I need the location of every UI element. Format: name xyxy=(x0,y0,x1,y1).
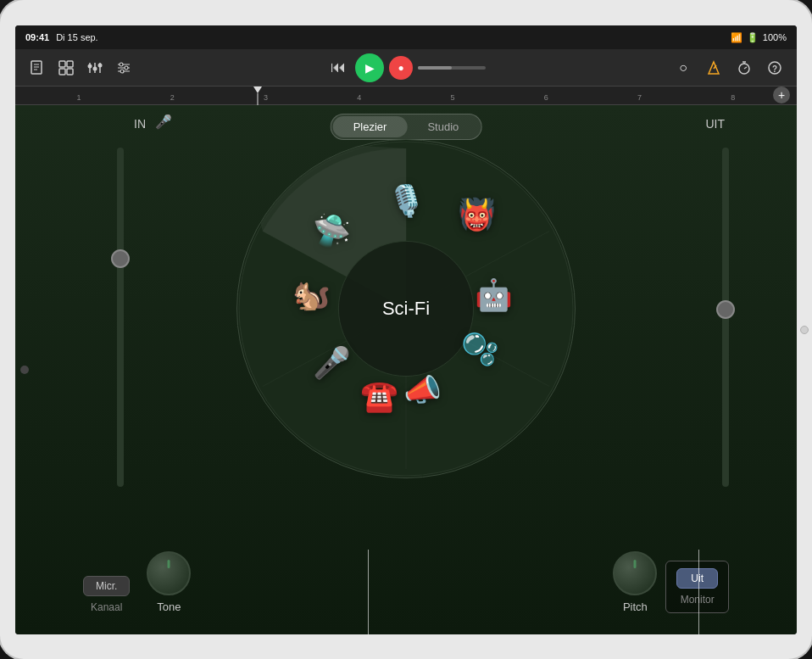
svg-rect-5 xyxy=(67,61,73,67)
status-right-icons: 📶 🔋 100% xyxy=(731,32,787,43)
svg-rect-7 xyxy=(67,69,73,75)
ruler-mark-2: 2 xyxy=(125,93,219,102)
bubbles-voice-icon[interactable]: 🫧 xyxy=(461,332,499,367)
battery-icon: 🔋 xyxy=(747,32,759,43)
mixer-button[interactable] xyxy=(83,56,107,80)
ruler-mark-5: 5 xyxy=(406,93,499,102)
bottom-controls: Micr. Kanaal Tone Pitch Uit xyxy=(15,551,797,613)
channel-label: Kanaal xyxy=(91,601,122,613)
ipad-screen: 09:41 Di 15 sep. 📶 🔋 100% xyxy=(15,25,797,634)
svg-point-12 xyxy=(93,66,97,70)
tone-label: Tone xyxy=(157,600,181,613)
svg-point-11 xyxy=(88,64,92,68)
timer-button[interactable] xyxy=(732,56,756,80)
pitch-knob[interactable] xyxy=(613,551,657,595)
tone-knob[interactable] xyxy=(147,551,191,595)
side-indicator xyxy=(20,366,29,374)
svg-rect-6 xyxy=(59,69,65,75)
ruler-numbers: 1 2 3 4 5 6 7 8 xyxy=(15,93,797,102)
tone-control: Tone xyxy=(147,551,191,613)
help-button[interactable]: ? xyxy=(763,56,787,80)
rewind-button[interactable]: ⏮ xyxy=(326,56,350,80)
circle-icon[interactable]: ○ xyxy=(671,56,695,80)
status-bar: 09:41 Di 15 sep. 📶 🔋 100% xyxy=(15,25,797,49)
monitor-group: Uit Monitor xyxy=(665,561,729,613)
monster-voice-icon[interactable]: 👹 xyxy=(458,197,496,232)
voice-wheel[interactable]: Sci-Fi 🛸 🎙️ 👹 🐿️ 🤖 🎤 🫧 xyxy=(236,139,576,478)
status-date: Di 15 sep. xyxy=(56,32,98,42)
wifi-icon: 📶 xyxy=(731,32,742,43)
output-label: UIT xyxy=(705,117,725,131)
mic-button[interactable]: Micr. xyxy=(83,576,130,596)
pitch-control: Pitch xyxy=(613,551,657,613)
volume-track xyxy=(418,66,452,70)
megaphone-voice-icon[interactable]: 📣 xyxy=(403,372,442,408)
volume-slider[interactable] xyxy=(418,66,486,70)
play-button[interactable]: ▶ xyxy=(355,53,384,82)
squirrel-voice-icon[interactable]: 🐿️ xyxy=(292,277,331,313)
standup-mic-voice-icon[interactable]: 🎤 xyxy=(313,345,351,381)
output-level-slider[interactable] xyxy=(722,148,729,487)
mode-toggle: Plezier Studio xyxy=(331,114,482,140)
svg-line-25 xyxy=(744,67,747,69)
microphone-voice-icon[interactable]: 🎙️ xyxy=(387,183,425,219)
alien-voice-icon[interactable]: 🛸 xyxy=(313,213,351,249)
ruler-mark-4: 4 xyxy=(313,93,406,102)
toolbar-right-icons: ○ xyxy=(671,56,787,80)
svg-point-18 xyxy=(125,66,128,70)
pitch-annotation-line xyxy=(368,550,369,634)
ruler-mark-8: 8 xyxy=(687,93,780,102)
mic-channel-group: Micr. Kanaal xyxy=(83,576,130,613)
battery-percent: 100% xyxy=(763,32,787,42)
robot-voice-icon[interactable]: 🤖 xyxy=(475,277,513,313)
toolbar: ⏮ ▶ ● ○ xyxy=(15,49,797,87)
input-slider-thumb[interactable] xyxy=(111,249,130,268)
ruler-mark-1: 1 xyxy=(32,93,125,102)
svg-point-17 xyxy=(120,63,123,66)
toolbar-center: ⏮ ▶ ● xyxy=(326,53,486,82)
ruler-mark-6: 6 xyxy=(499,93,592,102)
eq-settings-button[interactable] xyxy=(112,56,136,80)
status-time: 09:41 xyxy=(25,32,49,42)
svg-point-35 xyxy=(338,241,473,376)
monitor-annotation-line xyxy=(698,550,699,634)
telephone-voice-icon[interactable]: ☎️ xyxy=(360,378,398,414)
new-document-button[interactable] xyxy=(25,56,49,80)
ruler: 1 2 3 4 5 6 7 8 xyxy=(15,87,797,105)
output-slider-thumb[interactable] xyxy=(716,300,735,319)
home-button[interactable] xyxy=(800,326,809,334)
studio-mode-button[interactable]: Studio xyxy=(407,116,479,137)
plezier-mode-button[interactable]: Plezier xyxy=(333,116,408,137)
svg-point-19 xyxy=(120,70,124,73)
mic-icon: 🎤 xyxy=(155,114,172,130)
playhead[interactable] xyxy=(253,87,263,105)
ipad-frame: 09:41 Di 15 sep. 📶 🔋 100% xyxy=(0,0,812,659)
add-track-button[interactable]: + xyxy=(773,87,790,103)
svg-text:?: ? xyxy=(772,64,777,73)
monitor-uit-button[interactable]: Uit xyxy=(676,568,718,589)
voice-wheel-container: Sci-Fi 🛸 🎙️ 👹 🐿️ 🤖 🎤 🫧 xyxy=(236,139,576,478)
ruler-mark-3: 3 xyxy=(220,93,313,102)
monitor-label: Monitor xyxy=(681,594,715,606)
pitch-label: Pitch xyxy=(623,600,648,613)
input-label: IN xyxy=(134,117,146,131)
svg-point-13 xyxy=(98,63,103,67)
input-level-slider[interactable] xyxy=(117,148,124,487)
tracks-button[interactable] xyxy=(54,56,78,80)
main-content: IN 🎤 Plezier Studio UIT xyxy=(15,105,797,634)
svg-rect-4 xyxy=(59,61,65,67)
record-button[interactable]: ● xyxy=(389,56,413,80)
ruler-mark-7: 7 xyxy=(593,93,687,102)
metronome-icon[interactable] xyxy=(702,56,726,80)
